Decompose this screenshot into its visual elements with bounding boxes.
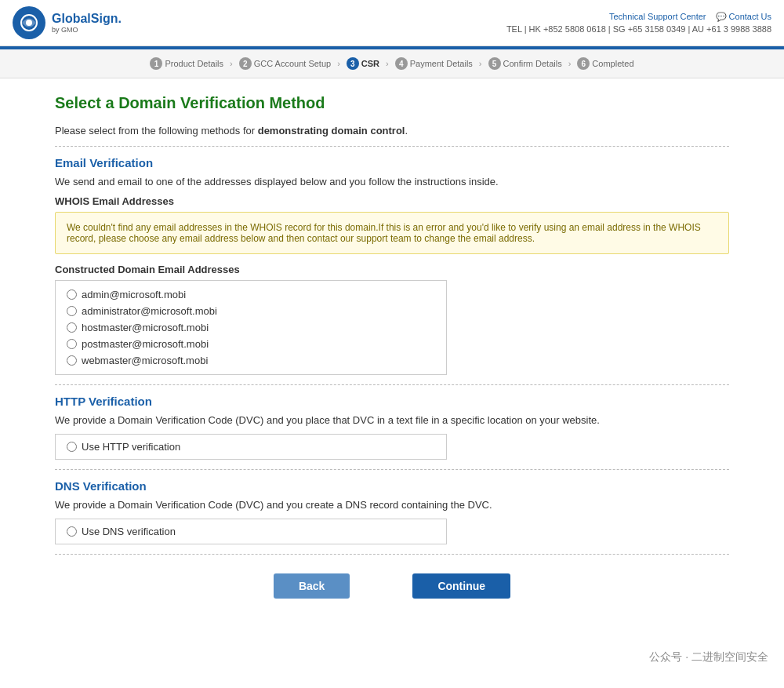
email-label-2: administrator@microsoft.mobi bbox=[82, 305, 217, 317]
email-label-5: webmaster@microsoft.mobi bbox=[82, 355, 208, 366]
svg-point-2 bbox=[26, 20, 32, 26]
email-radio-4[interactable] bbox=[67, 339, 77, 349]
step-4: 4 Payment Details bbox=[395, 57, 473, 70]
logo-area: GlobalSign. by GMO bbox=[13, 6, 122, 39]
step-sep-2: › bbox=[337, 59, 340, 68]
constructed-label: Constructed Domain Email Addresses bbox=[55, 264, 729, 275]
header-right: Technical Support Center 💬 Contact Us TE… bbox=[506, 12, 771, 34]
email-radio-5[interactable] bbox=[67, 355, 77, 366]
step-sep-4: › bbox=[479, 59, 482, 68]
logo-icon bbox=[13, 6, 45, 39]
dns-section-title: DNS Verification bbox=[55, 479, 729, 493]
email-option-1[interactable]: admin@microsoft.mobi bbox=[67, 289, 435, 300]
buttons-row: Back Continue bbox=[55, 573, 729, 614]
step-sep-5: › bbox=[568, 59, 572, 68]
http-section-desc: We provide a Domain Verification Code (D… bbox=[55, 414, 729, 426]
whois-label: WHOIS Email Addresses bbox=[55, 195, 729, 207]
divider-1 bbox=[55, 146, 729, 147]
divider-2 bbox=[55, 384, 729, 385]
logo-text-area: GlobalSign. by GMO bbox=[52, 12, 122, 34]
email-option-5[interactable]: webmaster@microsoft.mobi bbox=[67, 355, 435, 366]
step-5-num: 5 bbox=[488, 57, 501, 70]
tel-line: TEL | HK +852 5808 0618 | SG +65 3158 03… bbox=[506, 24, 771, 34]
step-6-num: 6 bbox=[577, 57, 590, 70]
step-4-label: Payment Details bbox=[410, 59, 473, 68]
logo-sub: by GMO bbox=[52, 26, 122, 34]
dns-option-box: Use DNS verification bbox=[55, 519, 447, 544]
step-2-num: 2 bbox=[239, 57, 252, 70]
logo-main: GlobalSign. bbox=[52, 12, 122, 26]
header: GlobalSign. by GMO Technical Support Cen… bbox=[0, 0, 784, 46]
step-6-label: Completed bbox=[592, 59, 633, 68]
steps-nav: 1 Product Details › 2 GCC Account Setup … bbox=[0, 49, 784, 78]
step-2-label: GCC Account Setup bbox=[254, 59, 331, 68]
email-section-title: Email Verification bbox=[55, 156, 729, 169]
continue-button[interactable]: Continue bbox=[412, 573, 510, 599]
step-4-num: 4 bbox=[395, 57, 408, 70]
email-label-4: postmaster@microsoft.mobi bbox=[82, 338, 209, 350]
step-3-label: CSR bbox=[361, 59, 379, 68]
divider-3 bbox=[55, 469, 729, 470]
tech-support-link[interactable]: Technical Support Center bbox=[609, 12, 706, 22]
dns-radio[interactable] bbox=[67, 526, 77, 537]
step-1-num: 1 bbox=[150, 57, 162, 70]
http-section-title: HTTP Verification bbox=[55, 395, 729, 408]
email-option-4[interactable]: postmaster@microsoft.mobi bbox=[67, 338, 435, 350]
page-title: Select a Domain Verification Method bbox=[55, 94, 729, 112]
dns-option-label: Use DNS verification bbox=[82, 526, 176, 537]
email-radio-1[interactable] bbox=[67, 289, 77, 300]
step-1-label: Product Details bbox=[165, 59, 223, 68]
step-sep-1: › bbox=[230, 59, 233, 68]
divider-4 bbox=[55, 554, 729, 555]
warning-box: We couldn't find any email addresses in … bbox=[55, 212, 729, 254]
header-links: Technical Support Center 💬 Contact Us bbox=[506, 12, 771, 22]
email-option-3[interactable]: hostmaster@microsoft.mobi bbox=[67, 322, 435, 333]
dns-option[interactable]: Use DNS verification bbox=[67, 526, 435, 537]
step-3-num: 3 bbox=[347, 57, 359, 70]
back-button[interactable]: Back bbox=[274, 573, 350, 599]
email-section-desc: We send and email to one of the addresse… bbox=[55, 176, 729, 187]
http-option-box: Use HTTP verification bbox=[55, 434, 447, 460]
step-2: 2 GCC Account Setup bbox=[239, 57, 331, 70]
http-option[interactable]: Use HTTP verification bbox=[67, 441, 435, 453]
contact-link[interactable]: 💬 Contact Us bbox=[716, 12, 771, 22]
step-5: 5 Confirm Details bbox=[488, 57, 562, 70]
step-1: 1 Product Details bbox=[150, 57, 223, 70]
intro-text: Please select from the following methods… bbox=[55, 125, 729, 137]
step-3: 3 CSR bbox=[347, 57, 379, 70]
dns-section-desc: We provide a Domain Verification Code (D… bbox=[55, 499, 729, 511]
email-label-3: hostmaster@microsoft.mobi bbox=[82, 322, 209, 333]
email-label-1: admin@microsoft.mobi bbox=[82, 289, 186, 300]
email-option-2[interactable]: administrator@microsoft.mobi bbox=[67, 305, 435, 317]
http-option-label: Use HTTP verification bbox=[82, 441, 180, 453]
main-content: Select a Domain Verification Method Plea… bbox=[39, 78, 745, 630]
step-sep-3: › bbox=[386, 59, 389, 68]
email-radio-2[interactable] bbox=[67, 306, 77, 316]
email-options-box: admin@microsoft.mobi administrator@micro… bbox=[55, 280, 447, 375]
step-6: 6 Completed bbox=[577, 57, 633, 70]
email-radio-3[interactable] bbox=[67, 322, 77, 333]
http-radio[interactable] bbox=[67, 442, 77, 452]
step-5-label: Confirm Details bbox=[503, 59, 562, 68]
